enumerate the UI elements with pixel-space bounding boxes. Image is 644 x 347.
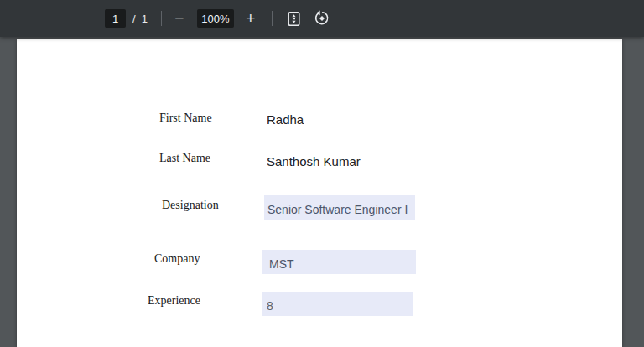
toolbar-separator [272,11,273,26]
pdf-page: First Name Radha Last Name Santhosh Kuma… [17,39,622,347]
field-label-company: Company [154,252,200,266]
fit-to-page-button[interactable] [285,9,304,28]
field-value-first-name: Radha [267,112,304,127]
form-field-experience[interactable]: 8 [262,292,413,316]
fit-to-page-icon [286,11,302,27]
page-number-input[interactable] [105,9,126,28]
rotate-counterclockwise-icon [314,10,330,27]
zoom-level-display: 100% [197,9,234,28]
field-value-designation: Senior Software Engineer I [267,203,408,216]
field-label-first-name: First Name [159,111,212,125]
form-field-designation[interactable]: Senior Software Engineer I [264,195,415,220]
zoom-out-button[interactable]: − [172,9,187,28]
pdf-toolbar: / 1 − 100% + [0,0,644,37]
page-count-total: 1 [142,13,148,25]
field-value-company: MST [269,257,294,271]
field-label-experience: Experience [148,294,200,308]
rotate-counterclockwise-button[interactable] [313,9,331,28]
field-value-experience: 8 [267,299,273,313]
page-count: / 1 [132,13,148,25]
toolbar-separator [161,11,162,26]
field-label-designation: Designation [162,199,219,212]
page-count-slash: / [132,13,136,25]
zoom-in-button[interactable]: + [243,9,258,28]
form-field-company[interactable]: MST [262,250,416,274]
field-label-last-name: Last Name [159,152,210,165]
toolbar-controls: / 1 − 100% + [105,0,331,37]
field-value-last-name: Santhosh Kumar [267,154,361,168]
